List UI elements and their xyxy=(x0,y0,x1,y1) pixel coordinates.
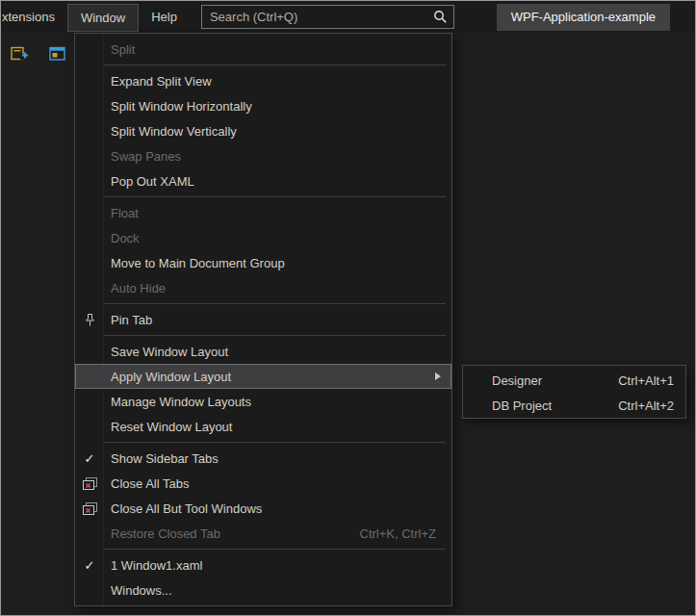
menu-item-label: Windows... xyxy=(104,583,172,598)
menu-item-window1-xaml[interactable]: ✓ 1 Window1.xaml xyxy=(75,552,451,578)
menu-item-label: Split Window Vertically xyxy=(104,124,237,139)
close-all-but-tool-windows-icon xyxy=(75,502,104,515)
menu-item-apply-window-layout[interactable]: Apply Window Layout xyxy=(75,364,451,389)
close-all-tabs-icon xyxy=(75,477,104,490)
submenu-item-label: Designer xyxy=(463,373,542,388)
menu-item-restore-closed-tab[interactable]: Restore Closed Tab Ctrl+K, Ctrl+Z xyxy=(75,521,451,546)
menu-item-label: Pop Out XAML xyxy=(104,174,194,189)
add-item-icon[interactable] xyxy=(10,44,31,64)
menu-item-float[interactable]: Float xyxy=(75,200,451,225)
app-window: xtensions Window Help WPF-Application-ex… xyxy=(0,0,696,616)
menu-item-label: Apply Window Layout xyxy=(104,370,231,384)
check-icon: ✓ xyxy=(75,451,104,466)
menu-item-auto-hide[interactable]: Auto Hide xyxy=(75,275,451,300)
menu-item-split-window-horizontally[interactable]: Split Window Horizontally xyxy=(75,93,451,118)
menu-item-close-all-but-tool-windows[interactable]: Close All But Tool Windows xyxy=(75,496,451,521)
menu-item-label: Close All Tabs xyxy=(104,476,189,491)
menu-item-dock[interactable]: Dock xyxy=(75,225,451,250)
menubar-item-window[interactable]: Window xyxy=(67,4,139,32)
menubar-item-extensions[interactable]: xtensions xyxy=(1,3,67,31)
menu-separator xyxy=(104,196,446,197)
menu-item-label: Save Window Layout xyxy=(104,345,228,359)
menu-item-show-sidebar-tabs[interactable]: ✓ Show Sidebar Tabs xyxy=(75,446,451,471)
menu-item-label: Auto Hide xyxy=(104,281,166,295)
submenu-arrow-icon xyxy=(435,372,441,380)
search-input[interactable] xyxy=(202,10,428,24)
menu-item-shortcut: Ctrl+K, Ctrl+Z xyxy=(360,526,444,541)
menu-item-reset-window-layout[interactable]: Reset Window Layout xyxy=(75,414,451,439)
pin-icon xyxy=(75,314,104,326)
menu-item-label: Pin Tab xyxy=(104,313,152,327)
menu-separator xyxy=(104,64,446,65)
menu-item-label: Close All But Tool Windows xyxy=(104,501,262,516)
window-menu: Split Expand Split View Split Window Hor… xyxy=(74,33,452,606)
menu-item-swap-panes[interactable]: Swap Panes xyxy=(75,143,451,168)
menu-item-label: Move to Main Document Group xyxy=(104,256,285,270)
menu-item-label: 1 Window1.xaml xyxy=(104,558,202,573)
menu-item-split[interactable]: Split xyxy=(75,37,451,62)
menu-item-label: Expand Split View xyxy=(104,74,212,89)
menu-separator xyxy=(104,303,446,304)
apply-window-layout-submenu: Designer Ctrl+Alt+1 DB Project Ctrl+Alt+… xyxy=(462,365,686,419)
menu-item-label: Show Sidebar Tabs xyxy=(104,451,219,466)
menu-separator xyxy=(104,442,446,443)
menu-item-label: Dock xyxy=(104,231,140,245)
submenu-item-label: DB Project xyxy=(463,398,552,413)
submenu-item-designer[interactable]: Designer Ctrl+Alt+1 xyxy=(463,368,685,393)
menu-item-label: Reset Window Layout xyxy=(104,420,232,434)
menu-item-windows[interactable]: Windows... xyxy=(75,578,451,603)
menu-item-label: Float xyxy=(104,206,139,220)
submenu-item-db-project[interactable]: DB Project Ctrl+Alt+2 xyxy=(463,393,685,418)
menu-item-label: Split xyxy=(104,42,135,57)
menu-item-label: Manage Window Layouts xyxy=(104,395,251,409)
menu-item-manage-window-layouts[interactable]: Manage Window Layouts xyxy=(75,389,451,414)
menu-item-pop-out-xaml[interactable]: Pop Out XAML xyxy=(75,168,451,193)
search-box[interactable] xyxy=(201,5,454,29)
menu-item-expand-split-view[interactable]: Expand Split View xyxy=(75,68,451,93)
menu-item-move-to-main-document-group[interactable]: Move to Main Document Group xyxy=(75,250,451,275)
menu-separator xyxy=(104,549,446,550)
check-icon: ✓ xyxy=(75,558,104,573)
toolbar xyxy=(10,44,68,64)
menu-item-close-all-tabs[interactable]: Close All Tabs xyxy=(75,471,451,496)
floating-window-title[interactable]: WPF-Application-example xyxy=(497,4,670,31)
menu-item-split-window-vertically[interactable]: Split Window Vertically xyxy=(75,118,451,143)
menu-item-label: Swap Panes xyxy=(104,149,181,164)
menu-item-label: Restore Closed Tab xyxy=(104,526,220,541)
menu-separator xyxy=(104,335,446,336)
menu-item-save-window-layout[interactable]: Save Window Layout xyxy=(75,339,451,364)
submenu-item-shortcut: Ctrl+Alt+1 xyxy=(618,373,674,388)
menubar-item-help[interactable]: Help xyxy=(139,3,190,31)
menu-item-pin-tab[interactable]: Pin Tab xyxy=(75,307,451,332)
menubar: xtensions Window Help WPF-Application-ex… xyxy=(1,1,695,33)
submenu-item-shortcut: Ctrl+Alt+2 xyxy=(618,398,674,413)
search-icon[interactable] xyxy=(428,10,453,24)
menu-item-label: Split Window Horizontally xyxy=(104,99,252,114)
dock-window-icon[interactable] xyxy=(47,44,68,64)
